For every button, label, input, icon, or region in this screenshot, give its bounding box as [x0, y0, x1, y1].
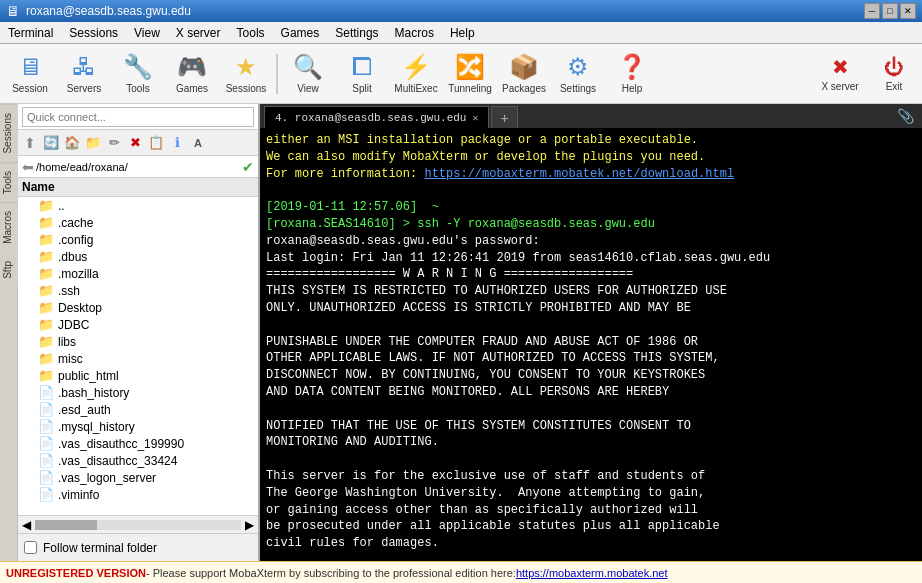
terminal-line — [266, 451, 916, 468]
xserver-button[interactable]: ✖ X server — [810, 48, 870, 100]
help-button[interactable]: ❓ Help — [606, 48, 658, 100]
tree-item[interactable]: 📄.bash_history — [18, 384, 258, 401]
tree-item[interactable]: 📁.config — [18, 231, 258, 248]
menu-terminal[interactable]: Terminal — [0, 22, 61, 43]
tools-button[interactable]: 🔧 Tools — [112, 48, 164, 100]
menu-games[interactable]: Games — [273, 22, 328, 43]
sftp-side-label[interactable]: Sftp — [0, 252, 18, 287]
tunneling-button[interactable]: 🔀 Tunneling — [444, 48, 496, 100]
ft-delete-btn[interactable]: ✖ — [125, 133, 145, 153]
settings-button[interactable]: ⚙ Settings — [552, 48, 604, 100]
ft-edit-btn[interactable]: ✏ — [104, 133, 124, 153]
file-icon: 📄 — [38, 385, 54, 400]
tree-item-name: .mozilla — [58, 267, 99, 281]
scroll-left-arrow[interactable]: ◀ — [22, 518, 31, 532]
ft-info-btn[interactable]: ℹ — [167, 133, 187, 153]
terminal-line: We can also modify MobaXterm or develop … — [266, 149, 916, 166]
tree-item[interactable]: 📁Desktop — [18, 299, 258, 316]
menu-help[interactable]: Help — [442, 22, 483, 43]
tree-item-name: .dbus — [58, 250, 87, 264]
tree-item[interactable]: 📁.ssh — [18, 282, 258, 299]
macros-side-label[interactable]: Macros — [0, 202, 18, 252]
tab-close-icon[interactable]: ✕ — [472, 112, 478, 124]
folder-icon: 📁 — [38, 300, 54, 315]
exit-button[interactable]: ⏻ Exit — [870, 48, 918, 100]
terminal-line: The George Washington University. Anyone… — [266, 485, 916, 502]
tree-item[interactable]: 📄.vas_logon_server — [18, 469, 258, 486]
tree-item[interactable]: 📁.mozilla — [18, 265, 258, 282]
follow-terminal-checkbox[interactable] — [24, 541, 37, 554]
menu-settings[interactable]: Settings — [327, 22, 386, 43]
terminal-output[interactable]: either an MSI installation package or a … — [260, 128, 922, 561]
quick-connect-input[interactable] — [22, 107, 254, 127]
menu-sessions[interactable]: Sessions — [61, 22, 126, 43]
session-button[interactable]: 🖥 Session — [4, 48, 56, 100]
tree-item[interactable]: 📁.cache — [18, 214, 258, 231]
view-button[interactable]: 🔍 View — [282, 48, 334, 100]
packages-button[interactable]: 📦 Packages — [498, 48, 550, 100]
terminal-line: PUNISHABLE UNDER THE COMPUTER FRAUD AND … — [266, 334, 916, 351]
tree-item[interactable]: 📄.vas_disauthcc_33424 — [18, 452, 258, 469]
split-button[interactable]: ⧠ Split — [336, 48, 388, 100]
sessions-button[interactable]: ★ Sessions — [220, 48, 272, 100]
tree-item[interactable]: 📁.. — [18, 197, 258, 214]
folder-icon: 📁 — [38, 317, 54, 332]
ft-home-btn[interactable]: 🏠 — [62, 133, 82, 153]
tree-item[interactable]: 📁public_html — [18, 367, 258, 384]
ft-new-folder-btn[interactable]: 📁 — [83, 133, 103, 153]
multiexec-button[interactable]: ⚡ MultiExec — [390, 48, 442, 100]
left-bottom-bar: Follow terminal folder — [18, 533, 258, 561]
tree-item[interactable]: 📄.viminfo — [18, 486, 258, 503]
tree-item[interactable]: 📁.dbus — [18, 248, 258, 265]
path-back-icon[interactable]: ⬅ — [22, 159, 34, 175]
toolbar-separator — [276, 54, 278, 94]
exit-icon: ⏻ — [884, 56, 904, 79]
follow-terminal-label[interactable]: Follow terminal folder — [43, 541, 157, 555]
menu-macros[interactable]: Macros — [387, 22, 442, 43]
tree-item-name: .mysql_history — [58, 420, 135, 434]
packages-icon: 📦 — [509, 53, 539, 81]
sessions-side-label[interactable]: Sessions — [0, 104, 18, 162]
ft-text-btn[interactable]: A — [188, 133, 208, 153]
tree-item[interactable]: 📄.vas_disauthcc_199990 — [18, 435, 258, 452]
tools-icon: 🔧 — [123, 53, 153, 81]
tree-item-name: .ssh — [58, 284, 80, 298]
menu-tools[interactable]: Tools — [229, 22, 273, 43]
minimize-button[interactable]: ─ — [864, 3, 880, 19]
servers-button[interactable]: 🖧 Servers — [58, 48, 110, 100]
ft-copy-btn[interactable]: 📋 — [146, 133, 166, 153]
tree-scroll-bar[interactable]: ◀ ▶ — [18, 515, 258, 533]
tab-title: 4. roxana@seasdb.seas.gwu.edu — [275, 112, 466, 124]
folder-icon: 📁 — [38, 215, 54, 230]
maximize-button[interactable]: □ — [882, 3, 898, 19]
tree-item-name: .vas_disauthcc_199990 — [58, 437, 184, 451]
file-tree: Name 📁..📁.cache📁.config📁.dbus📁.mozilla📁.… — [18, 178, 258, 515]
session-icon: 🖥 — [18, 53, 42, 81]
tree-item[interactable]: 📄.esd_auth — [18, 401, 258, 418]
file-icon: 📄 — [38, 436, 54, 451]
scroll-track[interactable] — [35, 520, 241, 530]
file-icon: 📄 — [38, 453, 54, 468]
tools-side-label[interactable]: Tools — [0, 162, 18, 202]
menu-view[interactable]: View — [126, 22, 168, 43]
status-link[interactable]: https://mobaxterm.mobatek.net — [516, 567, 668, 579]
tree-item[interactable]: 📁libs — [18, 333, 258, 350]
tab-bar: 4. roxana@seasdb.seas.gwu.edu ✕ + 📎 — [260, 104, 922, 128]
terminal-tab-active[interactable]: 4. roxana@seasdb.seas.gwu.edu ✕ — [264, 106, 489, 128]
split-icon: ⧠ — [350, 53, 374, 81]
tab-paperclip-icon[interactable]: 📎 — [893, 108, 918, 124]
path-input[interactable] — [36, 161, 242, 173]
file-icon: 📄 — [38, 419, 54, 434]
close-button[interactable]: ✕ — [900, 3, 916, 19]
ft-up-btn[interactable]: ⬆ — [20, 133, 40, 153]
scroll-right-arrow[interactable]: ▶ — [245, 518, 254, 532]
add-tab-button[interactable]: + — [491, 106, 517, 128]
tree-item[interactable]: 📁JDBC — [18, 316, 258, 333]
ft-refresh-btn[interactable]: 🔄 — [41, 133, 61, 153]
menu-xserver[interactable]: X server — [168, 22, 229, 43]
tree-item[interactable]: 📄.mysql_history — [18, 418, 258, 435]
folder-icon: 📁 — [38, 351, 54, 366]
games-button[interactable]: 🎮 Games — [166, 48, 218, 100]
folder-icon: 📁 — [38, 368, 54, 383]
tree-item[interactable]: 📁misc — [18, 350, 258, 367]
